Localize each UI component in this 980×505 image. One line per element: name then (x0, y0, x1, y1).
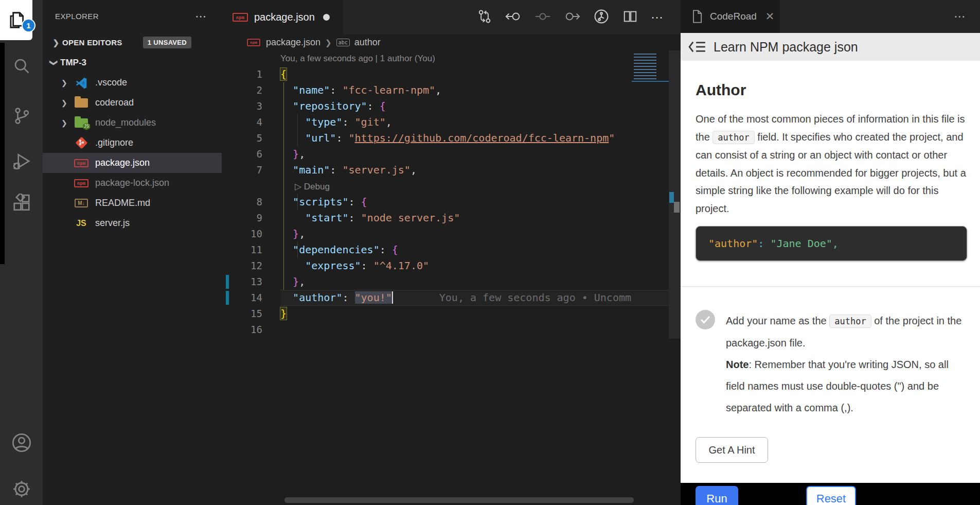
code-line[interactable]: 12 "express": "^4.17.0" (222, 258, 681, 274)
file-row-readme-md[interactable]: M↓README.md (43, 193, 222, 213)
file-label: node_modules (95, 117, 156, 128)
split-editor-icon[interactable] (622, 9, 638, 26)
tutorial-content: Author One of the most common pieces of … (681, 61, 980, 483)
more-actions-icon[interactable]: ⋯ (651, 10, 664, 25)
get-hint-button[interactable]: Get A Hint (696, 437, 768, 463)
line-number: 4 (222, 114, 262, 130)
task-text: Add your name as the author of the proje… (726, 310, 967, 419)
search-icon[interactable] (0, 48, 43, 84)
indent-guide (297, 242, 298, 258)
codelens-authors[interactable]: You, a few seconds ago | 1 author (You) (222, 50, 681, 66)
navigate-dot-icon[interactable] (534, 9, 551, 26)
indent-guide (297, 114, 298, 146)
dirty-indicator-icon[interactable] (323, 14, 330, 21)
source-control-icon[interactable] (0, 98, 43, 134)
run-circle-icon[interactable] (593, 8, 610, 27)
extensions-icon[interactable] (0, 185, 43, 221)
npm-icon: npm (247, 39, 260, 46)
vscode-icon (74, 77, 89, 89)
code-line[interactable]: 4 "type": "git", (222, 114, 681, 130)
debug-codelens[interactable]: ▷ Debug (280, 182, 330, 191)
file-row-server-js[interactable]: JSserver.js (43, 213, 222, 233)
breadcrumb-file[interactable]: package.json (266, 37, 320, 48)
file-row--gitignore[interactable]: .gitignore (43, 133, 222, 153)
code-line[interactable]: 11 "dependencies": { (222, 242, 681, 258)
code-line[interactable]: 15} (222, 306, 681, 322)
breadcrumb: npm package.json ❯ abc author (222, 34, 681, 50)
bracket-guide (283, 82, 284, 290)
folder-root-row[interactable]: ❯ TMP-3 (43, 53, 222, 73)
chevron-right-icon: ❯ (61, 79, 74, 87)
chevron-right-icon: ❯ (50, 38, 62, 47)
task-item: Add your name as the author of the proje… (696, 310, 967, 419)
file-row-package-lock-json[interactable]: npmpackage-lock.json (43, 173, 222, 193)
more-actions-icon[interactable]: ⋯ (954, 10, 967, 24)
code-line[interactable]: 9 "start": "node server.js" (222, 210, 681, 226)
code-line[interactable]: 2 "name": "fcc-learn-npm", (222, 82, 681, 98)
open-editors-section[interactable]: ❯ OPEN EDITORS 1 UNSAVED (43, 32, 222, 53)
minimap[interactable] (632, 54, 669, 86)
line-content: "start": "node server.js" (280, 210, 460, 226)
line-content: { (280, 66, 287, 82)
divider (681, 286, 980, 287)
navigate-back-icon[interactable] (505, 9, 522, 26)
chevron-right-icon: ❯ (61, 99, 74, 107)
code-editor[interactable]: You, a few seconds ago | 1 author (You) … (222, 50, 681, 505)
chevron-down-icon: ❯ (49, 57, 59, 69)
file-label: .gitignore (95, 137, 133, 148)
tutorial-header: Learn NPM package json (681, 33, 980, 61)
code-line[interactable]: 5 "url": "https://github.com/coderoad/fc… (222, 130, 681, 146)
reset-button[interactable]: Reset (806, 486, 856, 505)
window-edge (0, 43, 5, 264)
tab-package-json[interactable]: npm package.json (222, 0, 343, 34)
codelens-row[interactable]: ▷ Debug (222, 178, 681, 194)
npm-icon: npm (74, 157, 89, 169)
code-line[interactable]: 3 "repository": { (222, 98, 681, 114)
file-row--vscode[interactable]: ❯.vscode (43, 73, 222, 93)
navigate-forward-icon[interactable] (564, 9, 580, 26)
line-number: 11 (222, 242, 262, 258)
line-number: 7 (222, 162, 262, 178)
line-number: 10 (222, 226, 262, 242)
line-number: 3 (222, 98, 262, 114)
explorer-more-icon[interactable]: ⋯ (195, 10, 207, 23)
line-number: 6 (222, 146, 262, 162)
code-line[interactable]: 10 }, (222, 226, 681, 242)
symbol-string-icon: abc (336, 39, 350, 46)
code-line[interactable]: 1{ (222, 66, 681, 82)
code-line[interactable]: 13 }, (222, 274, 681, 290)
line-content: "author": "you!"You, a few seconds ago •… (280, 290, 631, 306)
run-debug-icon[interactable] (0, 143, 43, 179)
code-line[interactable]: 16 (222, 322, 681, 338)
breadcrumb-symbol[interactable]: author (354, 37, 381, 48)
account-icon[interactable] (0, 425, 43, 461)
file-row-node-modules[interactable]: ❯JSnode_modules (43, 113, 222, 133)
editor-toolbar: ⋯ (477, 0, 681, 34)
line-content: "main": "server.js", (280, 162, 417, 178)
file-label: server.js (95, 218, 130, 229)
file-label: README.md (95, 198, 150, 208)
explorer-badge: 1 (22, 19, 35, 32)
close-icon[interactable]: ✕ (765, 10, 775, 23)
line-content: "dependencies": { (280, 242, 398, 258)
run-button[interactable]: Run (696, 486, 738, 505)
file-row-package-json[interactable]: npmpackage.json (43, 153, 222, 173)
code-line[interactable]: 14 "author": "you!"You, a few seconds ag… (222, 290, 681, 306)
git-compare-icon[interactable] (477, 9, 492, 26)
modified-gutter-marker (226, 275, 229, 289)
chevron-right-icon: ❯ (325, 38, 332, 47)
file-label: package.json (95, 158, 150, 168)
settings-gear-icon[interactable] (0, 471, 43, 505)
explorer-title: EXPLORER (55, 12, 99, 21)
collapse-menu-icon[interactable] (688, 40, 707, 54)
activity-bar: 1 (0, 0, 43, 505)
code-line[interactable]: 6 }, (222, 146, 681, 162)
code-line[interactable]: 7 "main": "server.js", (222, 162, 681, 178)
tab-coderoad[interactable]: CodeRoad ✕ (681, 0, 780, 33)
horizontal-scrollbar[interactable] (284, 497, 634, 503)
line-number: 16 (222, 322, 262, 338)
line-number: 8 (222, 194, 262, 210)
inline-code-author: author (829, 315, 871, 328)
code-line[interactable]: 8 "scripts": { (222, 194, 681, 210)
file-row-coderoad[interactable]: ❯coderoad (43, 93, 222, 113)
